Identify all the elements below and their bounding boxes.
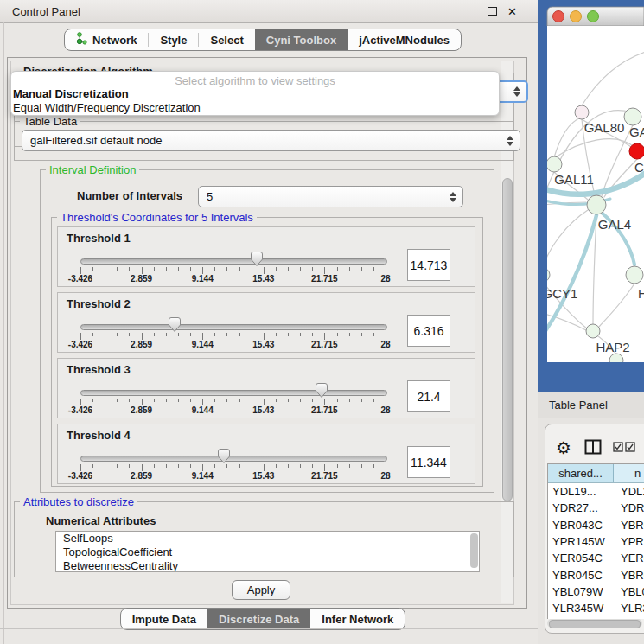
slider-track[interactable]	[80, 258, 387, 265]
table-row[interactable]: YLR345W YLR3	[548, 600, 644, 616]
intervals-combobox[interactable]: 5	[198, 186, 463, 207]
tick-mark	[276, 267, 277, 271]
slider-thumb[interactable]	[315, 382, 328, 399]
table-cell[interactable]: YDR27...	[548, 501, 617, 514]
tab-infer-network[interactable]: Infer Network	[310, 609, 405, 629]
network-node[interactable]	[629, 143, 644, 159]
tick-mark	[288, 267, 289, 271]
slider-track[interactable]	[80, 390, 387, 396]
tab-cyni-toolbox[interactable]: Cyni Toolbox	[255, 29, 348, 50]
tick-mark	[214, 333, 215, 336]
traffic-light-minimize-icon[interactable]	[571, 11, 582, 22]
panel-left-edge	[3, 22, 4, 644]
tick-mark	[154, 399, 155, 402]
intervals-label: Number of Intervals	[77, 189, 182, 202]
axis-tick-label: -3.426	[68, 471, 92, 481]
numerical-attributes-list[interactable]: SelfLoopsTopologicalCoefficientBetweenne…	[55, 531, 480, 572]
threshold-value-input[interactable]	[407, 446, 450, 478]
table-row[interactable]: YBL079W YBL0	[548, 583, 644, 600]
table-cell[interactable]: YLR345W	[548, 602, 617, 615]
attribute-list-item[interactable]: TopologicalCoefficient	[56, 545, 479, 559]
table-cell[interactable]: YBR045C	[548, 569, 617, 582]
tab-discretize-data[interactable]: Discretize Data	[207, 609, 310, 629]
group-title: Interval Definition	[46, 163, 139, 176]
vertical-scrollbar-thumb[interactable]	[502, 178, 513, 501]
table-cell[interactable]: YBL0	[617, 585, 644, 598]
threshold-value-input[interactable]	[407, 249, 450, 281]
slider-thumb[interactable]	[217, 448, 231, 464]
network-node[interactable]	[586, 324, 600, 338]
apply-label: Apply	[247, 583, 276, 596]
table-cell[interactable]: YBR0	[617, 519, 644, 532]
control-panel-titlebar: Control Panel ✕	[0, 0, 538, 23]
tab-style[interactable]: Style	[149, 29, 198, 50]
tab-select[interactable]: Select	[199, 29, 254, 50]
table-cell[interactable]: YLR3	[617, 602, 644, 615]
gear-icon[interactable]: ⚙	[556, 439, 571, 456]
network-view-window[interactable]: GAL80GACGAL11GAL4GCY1HHAP2	[538, 0, 644, 392]
table-row[interactable]: YBR043C YBR0	[548, 517, 644, 533]
tick-mark	[154, 333, 155, 336]
table-hscrollbar-thumb[interactable]	[549, 620, 641, 628]
network-node[interactable]	[575, 105, 589, 119]
attribute-list-item[interactable]: BetweennessCentrality	[56, 559, 479, 572]
slider-track[interactable]	[80, 456, 387, 462]
tick-mark	[178, 399, 179, 402]
table-cell[interactable]: YDL19...	[548, 485, 617, 498]
slider-track[interactable]	[80, 324, 387, 330]
checkbox-icon[interactable]	[613, 442, 623, 455]
table-cell[interactable]: YPR145W	[548, 535, 617, 548]
dropdown-option-equal-width[interactable]: Equal Width/Frequency Discretization	[11, 101, 499, 115]
node-table[interactable]: shared... n YDL19... YDL1 YDR27... YDR2 …	[547, 463, 644, 619]
close-icon[interactable]: ✕	[507, 5, 517, 18]
top-tab-bar: Network Style Select Cyni Toolbox jActiv…	[0, 29, 526, 51]
table-row[interactable]: YER054C YER0	[548, 550, 644, 566]
table-cell[interactable]: YPR1	[617, 535, 644, 548]
dropdown-option-manual[interactable]: Manual Discretization	[11, 87, 499, 101]
axis-tick-label: 15.43	[252, 274, 274, 284]
tick-mark	[80, 399, 81, 405]
table-cell[interactable]: YER054C	[548, 552, 617, 564]
tick-mark	[166, 464, 167, 468]
network-node[interactable]	[587, 195, 606, 214]
tick-mark	[190, 267, 191, 271]
tick-mark	[361, 333, 362, 336]
column-header-shared-name[interactable]: shared...	[548, 464, 614, 482]
tick-mark	[337, 333, 338, 336]
table-cell[interactable]: YBL079W	[548, 585, 617, 598]
tab-network[interactable]: Network	[65, 29, 148, 50]
network-node[interactable]	[624, 108, 641, 125]
list-scrollbar-thumb[interactable]	[470, 533, 478, 568]
tick-mark	[226, 267, 227, 271]
tick-mark	[288, 399, 289, 402]
attribute-list-item[interactable]: SelfLoops	[56, 532, 479, 545]
traffic-light-close-icon[interactable]	[553, 11, 564, 22]
network-node[interactable]	[626, 266, 643, 284]
table-cell[interactable]: YER0	[617, 552, 644, 564]
table-cell[interactable]: YDR2	[617, 501, 644, 514]
column-layout-icon[interactable]	[584, 439, 602, 457]
threshold-value-input[interactable]	[407, 380, 450, 412]
axis-tick-label: 21.715	[311, 274, 338, 284]
table-data-combobox[interactable]: galFiltered.sif default node	[22, 130, 520, 151]
table-row[interactable]: YPR145W YPR1	[548, 533, 644, 550]
network-node[interactable]	[546, 156, 562, 172]
slider-thumb[interactable]	[250, 251, 264, 267]
table-cell[interactable]: YDL1	[617, 485, 644, 498]
table-row[interactable]: YDL19... YDL1	[548, 483, 644, 500]
tick-mark	[142, 464, 143, 471]
table-row[interactable]: YDR27... YDR2	[548, 500, 644, 516]
column-header-name[interactable]: n	[614, 464, 644, 482]
axis-tick-label: 9.144	[192, 340, 214, 349]
float-window-icon[interactable]	[488, 7, 497, 16]
tab-impute-data[interactable]: Impute Data	[121, 609, 207, 629]
threshold-value-input[interactable]	[407, 315, 450, 347]
slider-thumb[interactable]	[168, 316, 182, 333]
table-cell[interactable]: YBR043C	[548, 519, 617, 532]
table-cell[interactable]: YBR0	[617, 569, 644, 582]
table-row[interactable]: YBR045C YBR0	[548, 566, 644, 583]
tab-jactivemnodules[interactable]: jActiveMNodules	[348, 29, 461, 50]
apply-button[interactable]: Apply	[232, 580, 290, 600]
traffic-light-zoom-icon[interactable]	[588, 11, 599, 22]
checkbox-icon[interactable]	[625, 442, 635, 455]
